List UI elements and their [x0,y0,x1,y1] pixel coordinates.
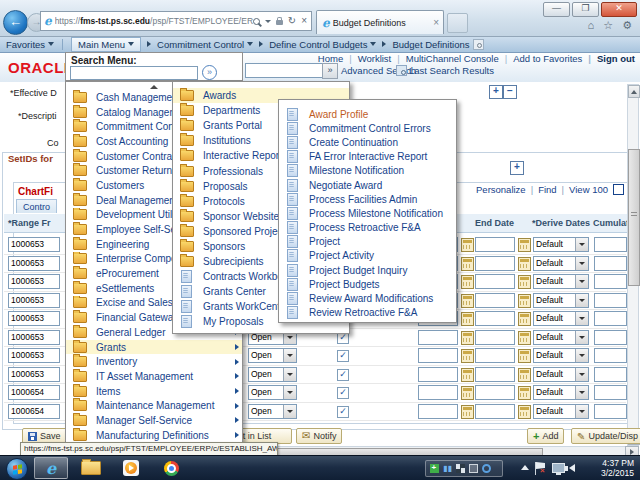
range-from-input[interactable]: 1000653 [8,274,60,289]
begin-date-input[interactable] [418,330,458,345]
menu-item[interactable]: Review Award Modifications [279,291,456,305]
dropdown-button[interactable] [575,404,589,419]
calendar-icon[interactable] [518,349,531,363]
cumulative-input[interactable] [594,274,627,289]
tray-app-icon[interactable] [482,464,491,473]
cumulative-input[interactable] [594,293,627,308]
dropdown-button[interactable] [283,367,297,382]
search-menu-go-button[interactable]: » [202,65,217,80]
new-tab-button[interactable] [447,13,468,33]
minimize-button[interactable]: — [543,2,570,17]
menu-item[interactable]: Items [66,384,242,399]
calendar-icon[interactable] [461,312,474,326]
menu-item[interactable]: Inventory [66,354,242,369]
status-select[interactable]: Open [248,404,297,419]
status-select[interactable]: Open [248,385,297,400]
tools-gear-icon[interactable]: ⚙ [622,19,632,32]
menu-item[interactable]: Commitment Control Errors [279,121,456,135]
link-add-to-favorites[interactable]: Add to Favorites [499,53,583,64]
menu-item[interactable]: FA Error Interactive Report [279,150,456,164]
start-button[interactable] [6,458,28,480]
derive-dates-select[interactable]: Default [533,293,589,308]
dropdown-button[interactable] [575,274,589,289]
tray-app-icon[interactable] [469,464,478,473]
begin-date-input[interactable] [418,367,458,382]
breadcrumb-define-control-budgets[interactable]: Define Control Budgets [269,39,376,50]
scrollbar-thumb[interactable] [628,149,640,286]
calendar-icon[interactable] [518,386,531,400]
tray-app-icon[interactable] [456,464,465,473]
begin-date-input[interactable] [418,348,458,363]
speaker-icon[interactable] [569,464,575,472]
close-button[interactable]: ✕ [601,2,637,17]
menu-item[interactable]: Award Profile [279,107,456,121]
stop-icon[interactable]: × [301,16,307,26]
cumulative-input[interactable] [594,330,627,345]
derive-dates-select[interactable]: Default [533,330,589,345]
taskbar-explorer-button[interactable] [74,457,108,479]
menu-item[interactable]: Process Retroactive F&A [279,221,456,235]
menu-item[interactable]: Process Milestone Notification [279,206,456,220]
back-button[interactable]: ← [3,10,28,35]
calendar-icon[interactable] [461,294,474,308]
update-display-button[interactable]: ✎ Update/Disp [571,428,640,444]
tray-pause-icon[interactable]: ▮▮ [443,464,452,473]
dropdown-button[interactable] [575,385,589,400]
end-date-input[interactable] [475,311,515,326]
calendar-icon[interactable] [518,238,531,252]
end-date-input[interactable] [475,237,515,252]
vertical-scrollbar[interactable] [627,84,639,446]
begin-date-input[interactable] [418,404,458,419]
menu-item[interactable]: Project [279,235,456,249]
menu-item[interactable]: Maintenance Management [66,398,242,413]
status-select[interactable]: Open [248,367,297,382]
dropdown-button[interactable] [283,385,297,400]
link-sign-out[interactable]: Sign out [582,53,635,64]
calendar-icon[interactable] [461,331,474,345]
taskbar-media-player-button[interactable] [114,457,148,479]
status-select[interactable]: Open [248,348,297,363]
end-date-input[interactable] [475,330,515,345]
end-date-input[interactable] [475,385,515,400]
link-worklist[interactable]: Worklist [343,53,391,64]
cumulative-input[interactable] [594,367,627,382]
scroll-up-button[interactable] [628,85,640,98]
cumulative-input[interactable] [594,385,627,400]
calendar-icon[interactable] [518,312,531,326]
calendar-icon[interactable] [518,275,531,289]
calendar-icon[interactable] [461,238,474,252]
range-from-input[interactable]: 1000653 [8,293,60,308]
affected-checkbox[interactable]: ✓ [337,406,349,418]
derive-dates-select[interactable]: Default [533,274,589,289]
end-date-input[interactable] [475,367,515,382]
menu-item[interactable]: Manufacturing Definitions [66,428,242,443]
dropdown-button[interactable] [575,367,589,382]
dropdown-button[interactable] [575,256,589,271]
calendar-icon[interactable] [518,405,531,419]
range-from-input[interactable]: 1000653 [8,256,60,271]
cumulative-input[interactable] [594,348,627,363]
dropdown-button[interactable] [575,330,589,345]
end-date-input[interactable] [475,404,515,419]
add-button[interactable]: + Add [527,428,564,444]
menu-item[interactable]: Negotiate Award [279,178,456,192]
end-date-input[interactable] [475,274,515,289]
affected-checkbox[interactable]: ✓ [337,350,349,362]
network-icon[interactable] [552,463,565,473]
menu-item[interactable]: Grants [66,340,242,355]
menu-item[interactable]: Manager Self-Service [66,413,242,428]
dropdown-button[interactable] [575,237,589,252]
derive-dates-select[interactable]: Default [533,256,589,271]
dropdown-button[interactable] [575,348,589,363]
end-date-input[interactable] [475,348,515,363]
cumulative-input[interactable] [594,237,627,252]
taskbar-ie-button[interactable]: e [34,457,68,479]
search-menu-input[interactable] [70,66,198,80]
cumulative-input[interactable] [594,311,627,326]
derive-dates-select[interactable]: Default [533,237,589,252]
dropdown-button[interactable] [575,311,589,326]
derive-dates-select[interactable]: Default [533,367,589,382]
derive-dates-select[interactable]: Default [533,348,589,363]
calendar-icon[interactable] [461,349,474,363]
calendar-icon[interactable] [461,386,474,400]
